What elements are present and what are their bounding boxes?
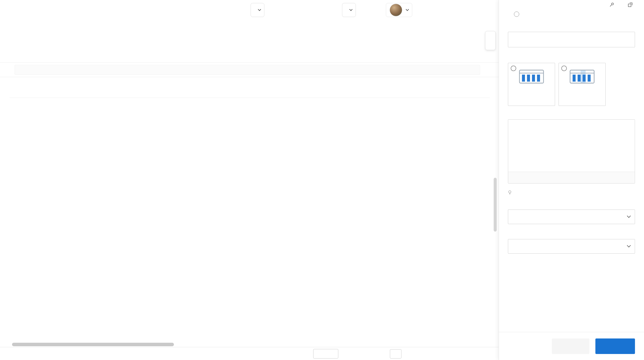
- edit-mode-button[interactable]: [251, 3, 264, 17]
- visual-column-option[interactable]: [559, 63, 606, 106]
- row-aggregation-select[interactable]: [508, 239, 635, 254]
- chevron-down-icon: [627, 243, 631, 247]
- ribbon-overflow-button[interactable]: [485, 31, 496, 50]
- formula-bar: [0, 63, 499, 77]
- formula-editor[interactable]: [508, 119, 635, 184]
- update-button[interactable]: [595, 338, 635, 354]
- panel-header: [499, 11, 644, 17]
- app-window: [0, 0, 644, 360]
- account-menu-button[interactable]: [386, 3, 412, 17]
- chevron-down-icon: [349, 8, 353, 11]
- page-input[interactable]: [390, 349, 401, 358]
- title-input[interactable]: [508, 32, 635, 47]
- window-actions: [609, 2, 639, 8]
- lightbulb-icon: [508, 189, 512, 196]
- insert-as-options: [508, 63, 635, 106]
- pin-icon[interactable]: [609, 2, 614, 8]
- scrollbar-thumb[interactable]: [494, 178, 497, 232]
- ribbon: [0, 20, 499, 63]
- editor-footer: [508, 172, 635, 183]
- vertical-scrollbar[interactable]: [494, 178, 497, 283]
- scrollbar-thumb[interactable]: [12, 343, 174, 346]
- visual-measure-option[interactable]: [508, 63, 555, 106]
- visual-column-icon: [570, 70, 595, 84]
- horizontal-scrollbar[interactable]: [0, 342, 489, 347]
- main-area: [0, 0, 499, 360]
- column-aggregation-select[interactable]: [508, 210, 635, 224]
- chevron-down-icon: [406, 8, 409, 11]
- chevron-down-icon: [627, 214, 631, 218]
- visual-measure-icon: [519, 70, 544, 84]
- cancel-button[interactable]: [552, 338, 589, 354]
- formula-input[interactable]: [15, 65, 480, 75]
- status-bar: [0, 347, 499, 360]
- panel-footer: [499, 332, 644, 360]
- add-visual-button[interactable]: [342, 3, 356, 17]
- radio-icon: [561, 66, 567, 71]
- popout-icon[interactable]: [627, 2, 633, 8]
- menu-bar: [0, 0, 499, 20]
- panel-body: [499, 28, 644, 265]
- radio-icon: [511, 66, 516, 71]
- chevron-down-icon: [258, 8, 261, 11]
- example-row: [508, 189, 635, 196]
- formula-measure-panel: [499, 0, 644, 360]
- zoom-level[interactable]: [313, 349, 338, 358]
- formula-code: [508, 120, 635, 172]
- pivot-table: [10, 98, 490, 98]
- avatar: [390, 4, 402, 16]
